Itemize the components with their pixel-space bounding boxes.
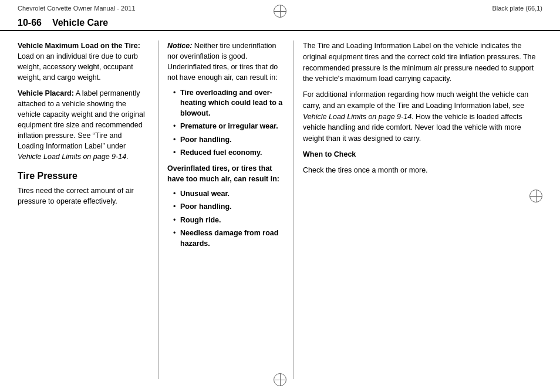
col-middle: Notice: Neither tire underinflation nor … — [158, 40, 294, 379]
right-para2-text: For additional information regarding how… — [303, 90, 528, 110]
vehicle-max-load-heading: Vehicle Maximum Load on the Tire: — [18, 42, 140, 50]
header-center-crosshair — [274, 5, 286, 18]
header-left-text: Chevrolet Corvette Owner Manual - 2011 — [18, 5, 136, 12]
crosshair-bottom-circle — [274, 373, 286, 386]
right-crosshair — [529, 190, 542, 202]
bullet-text-3: Poor handling. — [180, 136, 232, 144]
main-content: Vehicle Maximum Load on the Tire: Load o… — [0, 31, 560, 385]
notice-para: Notice: Neither tire underinflation nor … — [167, 40, 285, 83]
page-container: Chevrolet Corvette Owner Manual - 2011 B… — [0, 0, 560, 392]
bullet-text-5: Unusual wear. — [180, 190, 230, 198]
section-title-bar: 10-66 Vehicle Care — [0, 15, 560, 31]
notice-label: Notice: — [167, 42, 192, 50]
vehicle-placard-end: . — [126, 153, 128, 161]
bullet-item: Unusual wear. — [173, 189, 285, 200]
bullet-text-4: Reduced fuel economy. — [180, 148, 262, 157]
bullet-item: Poor handling. — [173, 202, 285, 212]
overinflated-para: Overinflated tires, or tires that have t… — [167, 163, 285, 184]
bullet-item: Tire overloading and over-heating which … — [173, 88, 285, 119]
right-crosshair-el — [529, 190, 542, 202]
page-footer-crosshair — [274, 373, 286, 386]
bullet-item: Poor handling. — [173, 135, 285, 146]
vehicle-placard-heading: Vehicle Placard: — [18, 89, 74, 97]
header-right-text: Black plate (66,1) — [492, 5, 542, 12]
overinflated-bullets: Unusual wear. Poor handling. Rough ride.… — [167, 189, 285, 249]
right-para3: Check the tires once a month or more. — [303, 165, 542, 176]
right-para2-italic: Vehicle Load Limits on page 9-14 — [303, 113, 411, 121]
bullet-item: Rough ride. — [173, 215, 285, 226]
right-para1: The Tire and Loading Information Label o… — [303, 40, 542, 85]
bullet-text-7: Rough ride. — [180, 216, 221, 224]
right-crosshair-circle — [529, 190, 542, 202]
bullet-text-2: Premature or irregular wear. — [180, 122, 278, 130]
bullet-item: Needless damage from road hazards. — [173, 228, 285, 249]
col-right: The Tire and Loading Information Label o… — [294, 40, 542, 379]
crosshair-bottom — [274, 373, 286, 386]
crosshair-circle-top — [274, 5, 286, 18]
tire-pressure-text: Tires need the correct amount of air pre… — [18, 185, 149, 207]
bullet-text-6: Poor handling. — [180, 202, 232, 211]
right-para2: For additional information regarding how… — [303, 89, 542, 144]
section-name: Vehicle Care — [52, 18, 108, 28]
vehicle-placard-text: A label permanently attached to a vehicl… — [18, 89, 145, 151]
bullet-text-1: Tire overloading and over-heating which … — [180, 89, 282, 117]
underinflated-bullets: Tire overloading and over-heating which … — [167, 88, 285, 158]
crosshair-top — [274, 5, 286, 18]
vehicle-max-load-text: Load on an individual tire due to curb w… — [18, 52, 138, 82]
vehicle-placard-para: Vehicle Placard: A label permanently att… — [18, 88, 149, 163]
page-header: Chevrolet Corvette Owner Manual - 2011 B… — [0, 0, 560, 15]
section-number: 10-66 — [18, 18, 42, 28]
when-to-check-heading: When to Check — [303, 149, 542, 160]
col-left: Vehicle Maximum Load on the Tire: Load o… — [18, 40, 158, 379]
overinflated-text: Overinflated tires, or tires that have t… — [167, 164, 279, 183]
bullet-item: Reduced fuel economy. — [173, 148, 285, 158]
bullet-item: Premature or irregular wear. — [173, 121, 285, 132]
tire-pressure-heading: Tire Pressure — [18, 169, 149, 183]
vehicle-placard-italic: Vehicle Load Limits on page 9-14 — [18, 153, 126, 161]
vehicle-max-load-para: Vehicle Maximum Load on the Tire: Load o… — [18, 40, 149, 83]
bullet-text-8: Needless damage from road hazards. — [180, 229, 278, 248]
